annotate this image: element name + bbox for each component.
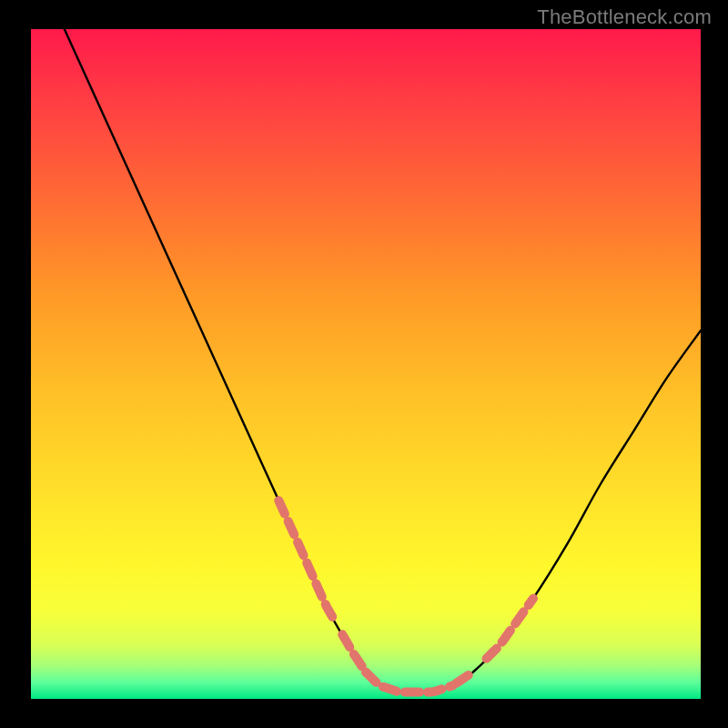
- bottleneck-curve: [65, 29, 701, 693]
- chart-frame: TheBottleneck.com: [0, 0, 728, 728]
- highlight-segment: [366, 672, 453, 693]
- highlight-segment: [487, 599, 534, 659]
- highlight-markers: [278, 500, 533, 693]
- highlight-segment: [456, 672, 472, 683]
- watermark-text: TheBottleneck.com: [537, 5, 712, 29]
- highlight-segment: [278, 500, 332, 617]
- plot-area: [31, 29, 701, 699]
- curve-layer: [31, 29, 701, 699]
- highlight-segment: [342, 634, 362, 667]
